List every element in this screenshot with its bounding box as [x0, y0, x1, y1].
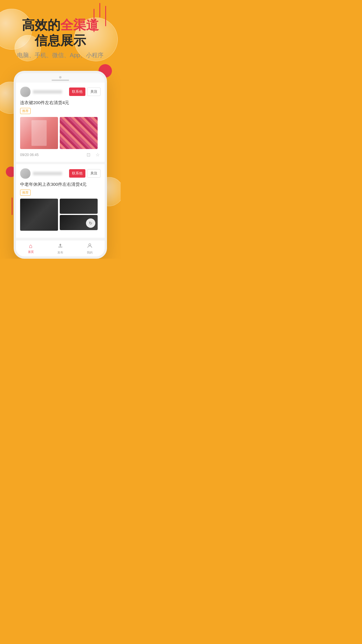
avatar-2	[20, 168, 31, 179]
user-info-1	[20, 87, 69, 97]
action-buttons-1: 联系他 关注	[69, 88, 101, 96]
phone-notch	[16, 73, 105, 83]
contact-button-1[interactable]: 联系他	[69, 88, 85, 96]
header-section: 高效的全渠道 信息展示 电脑、手机、微信、App、小程序	[0, 0, 121, 65]
phone-camera	[59, 76, 61, 78]
avatar-blur-1	[20, 87, 31, 97]
listing-images-2: ↻	[20, 199, 101, 231]
contact-button-2[interactable]: 联系他	[69, 169, 85, 178]
subtitle: 电脑、手机、微信、App、小程序	[9, 51, 112, 59]
svg-rect-0	[58, 247, 62, 247]
title-part1: 高效的	[22, 18, 60, 32]
nav-label-publish: 发布	[57, 251, 63, 255]
home-icon: ⌂	[29, 243, 33, 249]
listing-image-1b[interactable]	[60, 117, 98, 149]
listing-card-1: 联系他 关注 连衣裙200件左右清货4元 推荐 09/20 06:45 ⊡ ☆	[16, 83, 105, 164]
listing-image-2a[interactable]	[20, 199, 58, 231]
footer-actions-1: ⊡ ☆	[85, 152, 101, 158]
nav-label-home: 首页	[28, 250, 34, 254]
listing-card-2: 联系他 关注 中老年休闲上衣300件左右清货4元 推荐 ↻	[16, 164, 105, 240]
listing-footer-1: 09/20 06:45 ⊡ ☆	[20, 152, 101, 158]
listing-title-2: 中老年休闲上衣300件左右清货4元	[20, 182, 101, 187]
title-part2: 信息展示	[35, 33, 86, 48]
phone-speaker	[52, 80, 69, 81]
avatar-blur-2	[20, 168, 31, 179]
nav-label-profile: 我的	[87, 251, 93, 255]
phone-container: 联系他 关注 连衣裙200件左右清货4元 推荐 09/20 06:45 ⊡ ☆	[0, 71, 121, 259]
tag-recommend-1: 推荐	[20, 108, 31, 114]
follow-button-1[interactable]: 关注	[87, 88, 101, 96]
phone-mockup: 联系他 关注 连衣裙200件左右清货4元 推荐 09/20 06:45 ⊡ ☆	[14, 71, 107, 259]
username-blur-1	[33, 90, 62, 94]
avatar-1	[20, 87, 31, 97]
user-info-2	[20, 168, 69, 179]
listing-header-2: 联系他 关注	[20, 168, 101, 179]
listing-title-1: 连衣裙200件左右清货4元	[20, 100, 101, 106]
bottom-nav: ⌂ 首页 发布 我的	[16, 240, 105, 256]
star-icon-1[interactable]: ☆	[95, 152, 101, 158]
nav-item-profile[interactable]: 我的	[75, 240, 105, 256]
listing-header-1: 联系他 关注	[20, 87, 101, 97]
profile-icon	[87, 243, 93, 250]
publish-icon	[57, 243, 63, 250]
listing-time-1: 09/20 06:45	[20, 153, 38, 157]
tag-recommend-2: 推荐	[20, 190, 31, 196]
listing-images-1	[20, 117, 101, 149]
listing-image-2b-container: ↻	[60, 199, 98, 231]
action-buttons-2: 联系他 关注	[69, 169, 101, 178]
username-blur-2	[33, 172, 62, 175]
title-highlight: 全渠道	[60, 18, 99, 32]
phone-screen: 联系他 关注 连衣裙200件左右清货4元 推荐 09/20 06:45 ⊡ ☆	[16, 83, 105, 240]
listing-image-2b[interactable]	[60, 199, 98, 214]
comment-icon-1[interactable]: ⊡	[85, 152, 91, 158]
refresh-icon[interactable]: ↻	[86, 218, 95, 228]
listing-image-1a[interactable]	[20, 117, 58, 149]
listing-image-2c[interactable]: ↻	[60, 215, 98, 230]
svg-point-1	[89, 244, 91, 246]
nav-item-home[interactable]: ⌂ 首页	[16, 240, 45, 256]
nav-item-publish[interactable]: 发布	[45, 240, 75, 256]
follow-button-2[interactable]: 关注	[87, 169, 101, 178]
main-title: 高效的全渠道 信息展示	[9, 18, 112, 48]
